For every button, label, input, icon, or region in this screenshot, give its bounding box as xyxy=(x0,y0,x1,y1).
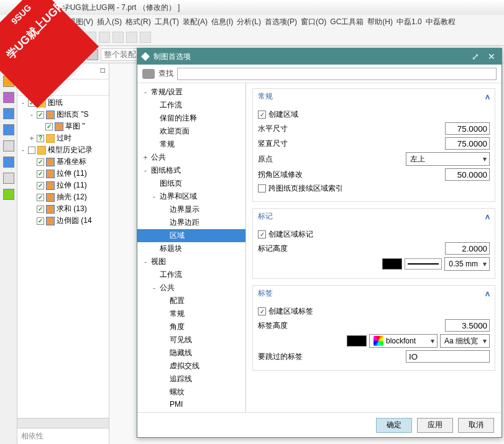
expand-icon[interactable]: - xyxy=(142,88,149,97)
side-icon[interactable] xyxy=(3,108,14,119)
tree-item[interactable]: +?过时 xyxy=(17,132,109,144)
tree-item[interactable]: ✓草图 " xyxy=(17,120,109,132)
cancel-button[interactable]: 取消 xyxy=(458,418,494,433)
expand-icon[interactable]: + xyxy=(142,153,149,162)
side-icon[interactable] xyxy=(3,92,14,103)
tree-item[interactable]: -模型历史记录 xyxy=(17,144,109,156)
apply-button[interactable]: 应用 xyxy=(417,418,453,433)
dialog-tree-item[interactable]: -视图 xyxy=(137,255,245,268)
marker-height-input[interactable] xyxy=(445,242,490,255)
side-icon[interactable] xyxy=(3,156,14,168)
label-color-swatch[interactable] xyxy=(347,335,367,347)
menu-item[interactable]: 帮助(H) xyxy=(367,17,393,27)
dialog-tree-item[interactable]: 角度 xyxy=(137,320,245,333)
dialog-tree-item[interactable]: 常规 xyxy=(137,307,245,320)
section-header[interactable]: 常规 ʌ xyxy=(253,89,495,104)
section-header[interactable]: 标记 ʌ xyxy=(253,209,495,224)
expand-icon[interactable]: - xyxy=(151,284,157,292)
dialog-tree-item[interactable]: 标题块 xyxy=(137,242,245,255)
dialog-tree-item[interactable]: 区域 xyxy=(137,229,245,242)
menu-item[interactable]: 格式(R) xyxy=(126,17,151,27)
tool-icon[interactable] xyxy=(99,32,110,43)
dialog-tree-item[interactable]: 工作流 xyxy=(137,99,245,112)
tree-item[interactable]: ✓拉伸 (11) xyxy=(17,179,109,191)
side-icon[interactable] xyxy=(3,140,14,152)
checkbox-icon[interactable]: ✓ xyxy=(37,158,44,166)
checkbox-icon[interactable]: ? xyxy=(37,135,44,142)
checkbox-icon[interactable] xyxy=(28,147,35,154)
create-label-checkbox[interactable]: ✓ xyxy=(258,307,266,315)
tree-item[interactable]: ✓基准坐标 xyxy=(17,156,109,168)
search-input[interactable] xyxy=(177,68,497,80)
dialog-tree-item[interactable]: 欢迎页面 xyxy=(137,125,245,138)
dialog-tree-item[interactable]: 可见线 xyxy=(137,333,245,347)
dialog-tree-item[interactable]: PMI xyxy=(137,399,245,410)
menu-item[interactable]: 工具(T) xyxy=(155,17,179,27)
menu-item[interactable]: 插入(S) xyxy=(97,17,122,27)
marker-color-swatch[interactable] xyxy=(382,258,402,270)
section-header[interactable]: 标签 ʌ xyxy=(253,286,495,301)
dialog-tree-item[interactable]: 螺纹 xyxy=(137,386,245,399)
dialog-tree-item[interactable]: +公共 xyxy=(137,151,245,164)
checkbox-icon[interactable]: ✓ xyxy=(37,194,44,201)
expand-icon[interactable]: - xyxy=(20,146,26,155)
dialog-tree-item[interactable]: 隐藏线 xyxy=(137,347,245,360)
side-icon[interactable] xyxy=(3,189,14,200)
horiz-size-input[interactable] xyxy=(445,122,490,135)
cross-sheet-checkbox[interactable] xyxy=(258,184,266,193)
menu-item[interactable]: 窗口(O) xyxy=(301,17,326,27)
expand-icon[interactable]: + xyxy=(29,134,35,143)
line-width-select[interactable]: 0.35 mm xyxy=(444,257,490,271)
checkbox-icon[interactable]: ✓ xyxy=(37,206,44,213)
label-height-input[interactable] xyxy=(445,319,490,332)
dialog-tree-item[interactable]: 边界显示 xyxy=(137,203,245,216)
nav-footer[interactable]: 相依性 xyxy=(17,428,109,444)
dialog-tree-item[interactable]: 工作流 xyxy=(137,268,245,281)
dialog-tree-item[interactable]: 常规 xyxy=(137,138,245,151)
checkbox-icon[interactable]: ✓ xyxy=(45,123,53,130)
dialog-tree-item[interactable]: 图纸页 xyxy=(137,177,245,190)
dialog-tree-item[interactable]: 保留的注释 xyxy=(137,112,245,125)
dialog-tree-item[interactable]: 追踪线 xyxy=(137,373,245,386)
tree-item[interactable]: ✓求和 (13) xyxy=(17,203,109,215)
corner-mod-input[interactable] xyxy=(445,168,490,181)
dialog-tree-item[interactable]: 虚拟交线 xyxy=(137,360,245,373)
tree-item[interactable]: ✓抽壳 (12) xyxy=(17,191,109,203)
ok-button[interactable]: 确定 xyxy=(376,418,412,433)
scrollbar-horizontal[interactable] xyxy=(17,418,109,428)
dialog-tree-item[interactable]: -常规/设置 xyxy=(137,86,245,99)
dialog-tree-item[interactable]: -公共 xyxy=(137,281,245,294)
menu-item[interactable]: 中磊1.0 xyxy=(396,17,422,27)
nav-close-icon[interactable]: □ xyxy=(101,66,105,76)
menu-item[interactable]: 中磊教程 xyxy=(426,17,456,27)
checkbox-icon[interactable]: ✓ xyxy=(37,217,44,225)
create-region-checkbox[interactable]: ✓ xyxy=(258,111,266,119)
dialog-tree-item[interactable]: 边界边距 xyxy=(137,216,245,229)
tool-icon[interactable] xyxy=(140,32,151,43)
side-icon[interactable] xyxy=(3,173,14,184)
tree-item[interactable]: -✓图纸页 "S xyxy=(17,109,109,120)
menu-item[interactable]: 首选项(P) xyxy=(265,17,297,27)
tree-item[interactable]: ✓边倒圆 (14 xyxy=(17,215,109,227)
menu-item[interactable]: 信息(I) xyxy=(211,17,233,27)
create-marker-checkbox[interactable]: ✓ xyxy=(258,230,266,238)
checkbox-icon[interactable]: ✓ xyxy=(37,170,44,178)
dialog-tree-item[interactable]: 配置 xyxy=(137,294,245,307)
expand-icon[interactable]: - xyxy=(151,193,157,201)
checkbox-icon[interactable]: ✓ xyxy=(37,182,44,189)
tool-icon[interactable] xyxy=(126,32,137,43)
expand-icon[interactable]: - xyxy=(20,99,26,107)
expand-icon[interactable]: - xyxy=(142,166,149,175)
menu-item[interactable]: 分析(L) xyxy=(237,17,261,27)
dialog-tree-item[interactable]: -边界和区域 xyxy=(137,190,245,203)
expand-icon[interactable]: ⤢ xyxy=(469,52,482,61)
expand-icon[interactable]: - xyxy=(142,258,149,266)
vert-size-input[interactable] xyxy=(445,137,490,150)
skip-label-input[interactable] xyxy=(406,350,490,363)
tool-icon[interactable] xyxy=(112,32,124,43)
menu-item[interactable]: GC工具箱 xyxy=(330,17,364,27)
checkbox-icon[interactable]: ✓ xyxy=(37,111,44,119)
origin-select[interactable]: 左上 xyxy=(406,152,490,166)
menu-item[interactable]: 装配(A) xyxy=(183,17,208,27)
close-icon[interactable]: ✕ xyxy=(485,52,498,61)
